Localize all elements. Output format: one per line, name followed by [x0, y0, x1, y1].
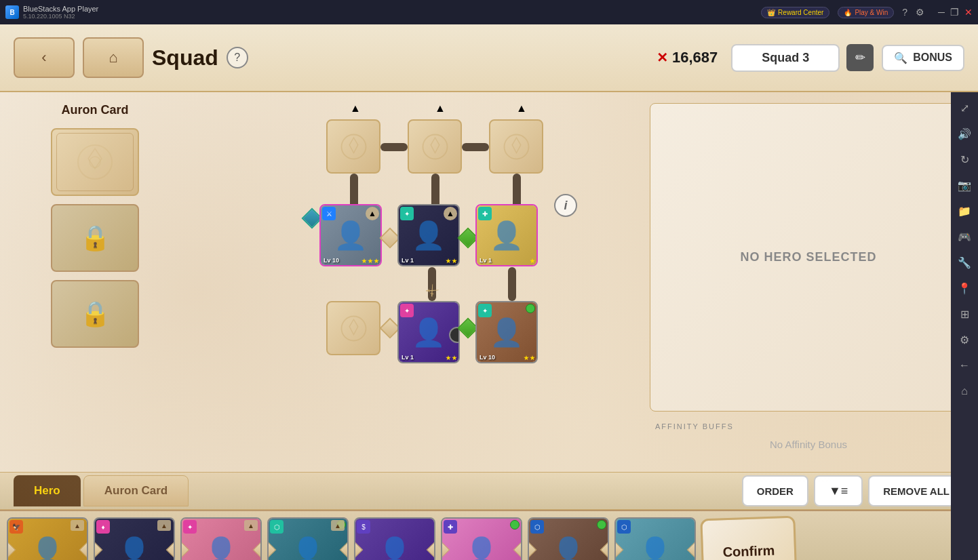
settings-icon[interactable]: ⚙	[916, 7, 924, 18]
up-arrow-1: ▲	[350, 102, 361, 115]
list-badge-7: ⬡	[530, 520, 544, 534]
info-button[interactable]: i	[554, 194, 577, 217]
svg-point-1	[90, 157, 100, 167]
title-bar: B BlueStacks App Player 5.10.220.1005 N3…	[0, 0, 978, 24]
list-badge-6: ✚	[444, 520, 457, 534]
hero-stars-4	[446, 355, 457, 361]
side-layers-btn[interactable]: ⊞	[954, 304, 975, 324]
close-button[interactable]: ✕	[964, 7, 973, 18]
side-home2-btn[interactable]: ⌂	[954, 381, 975, 401]
list-badge-1: 🦅	[9, 520, 23, 534]
restore-button[interactable]: ❐	[950, 7, 959, 18]
hero-list-item-4[interactable]: 👤 ⬡ Lv 1 ▲	[267, 517, 349, 560]
squad-selector[interactable]: Squad 3	[731, 44, 840, 72]
green-orb	[526, 304, 535, 313]
hero-list-item-2[interactable]: 👤 ♦ Lv 1 ▲ ▼	[94, 517, 175, 560]
list-badge-3: ✦	[183, 520, 197, 534]
side-back-btn[interactable]: ←	[954, 355, 975, 376]
green-orb-6	[510, 520, 520, 529]
hero-list-item-7[interactable]: 👤 ⬡ Lv 1	[528, 517, 609, 560]
crown-icon: 👑	[767, 9, 775, 16]
top-slot-left[interactable]	[326, 119, 380, 174]
page-title: Squad	[152, 45, 218, 71]
hero-card-blonde[interactable]: 👤 ✚ Lv 1	[475, 204, 538, 266]
grid-line-v-mid2	[508, 267, 516, 301]
side-folder-btn[interactable]: 📁	[954, 201, 975, 221]
flame-icon: 🔥	[844, 9, 852, 16]
center-panel: ▲ ▲ ▲ i	[190, 92, 639, 472]
scroll-up-list-1[interactable]: ▲	[71, 520, 84, 531]
help-icon[interactable]: ?	[902, 7, 907, 18]
currency-display: ✕ 16,687	[657, 49, 718, 66]
left-panel: Auron Card 🔒 🔒	[0, 92, 190, 472]
bluestacks-icon: B	[5, 5, 19, 19]
hero-list-item-3[interactable]: 👤 ✦ Lv 1 ▲	[180, 517, 262, 560]
tab-auron-card[interactable]: Auron Card	[83, 475, 189, 506]
affinity-section: AFFINITY BUFFS No Affinity Bonus	[650, 417, 967, 461]
affinity-value: No Affinity Bonus	[655, 433, 962, 456]
reward-center-button[interactable]: 👑 Reward Center	[761, 7, 829, 18]
bonus-button[interactable]: 🔍 BONUS	[882, 45, 964, 71]
affinity-title: AFFINITY BUFFS	[655, 422, 962, 431]
back-button[interactable]: ‹	[14, 37, 75, 78]
remove-all-button[interactable]: REMOVE ALL	[868, 475, 964, 506]
side-tools-btn[interactable]: 🔧	[954, 252, 975, 273]
hero-list-bar: 👤 🦅 Lv 1 ▲ ▼ 👤 ♦ Lv 1 ▲ ▼	[0, 510, 978, 560]
top-bar: ‹ ⌂ Squad ? ✕ 16,687 Squad 3 ✏ 🔍 BONUS	[0, 24, 978, 92]
app-area: ‹ ⌂ Squad ? ✕ 16,687 Squad 3 ✏ 🔍 BONUS A…	[0, 24, 978, 560]
hero-list-item-1[interactable]: 👤 🦅 Lv 1 ▲ ▼	[7, 517, 88, 560]
top-slot-right[interactable]	[489, 119, 543, 174]
hero-card-black[interactable]: 👤 ✦ Lv 1 ▲	[397, 204, 460, 266]
svg-point-0	[78, 145, 112, 179]
hero-level-5: Lv 10	[480, 354, 495, 361]
hero-list-item-8[interactable]: 👤 ⬡ Lv 1	[614, 517, 696, 560]
side-location-btn[interactable]: 📍	[954, 278, 975, 298]
bottom-slot-left[interactable]	[326, 301, 380, 355]
hero-badge: ⚔	[322, 207, 336, 220]
list-badge-5: $	[357, 520, 370, 534]
scroll-up-list-4[interactable]: ▲	[331, 520, 345, 531]
green-orb-7	[597, 520, 606, 529]
hero-list-item-5[interactable]: 👤 $ Lv 1	[354, 517, 435, 560]
card-slot-inner	[56, 133, 133, 191]
home-button[interactable]: ⌂	[83, 37, 144, 78]
filter-button[interactable]: ▼≡	[814, 475, 863, 506]
minimize-button[interactable]: ─	[938, 7, 945, 18]
side-screenshot-btn[interactable]: 📷	[954, 175, 975, 195]
scroll-up-2[interactable]: ▲	[444, 207, 457, 220]
hero-badge-5: ✦	[478, 304, 492, 317]
hero-card-gray[interactable]: 👤 ⚔ Lv 10 ▲	[319, 204, 382, 266]
hero-list-item-6[interactable]: 👤 ✚ Lv 1	[441, 517, 522, 560]
squad-help-button[interactable]: ?	[227, 47, 248, 68]
app-name: BlueStacks App Player	[23, 5, 98, 13]
top-slot-center[interactable]	[408, 119, 462, 174]
hero-card-purple[interactable]: 👤 ✦ Lv 1	[397, 301, 460, 363]
order-button[interactable]: ORDER	[742, 475, 808, 506]
side-volume-btn[interactable]: 🔊	[954, 123, 975, 144]
hero-card-brown[interactable]: 👤 ✦ Lv 10	[475, 301, 538, 363]
hero-level-3: Lv 1	[480, 257, 492, 264]
card-pattern-icon	[75, 142, 115, 182]
window-controls: ─ ❐ ✕	[938, 7, 973, 18]
lock-icon-2: 🔒	[80, 300, 111, 328]
auron-card-slot-3: 🔒	[51, 280, 139, 348]
side-gamepad-btn[interactable]: 🎮	[954, 226, 975, 247]
hero-level-2: Lv 1	[402, 257, 414, 264]
hero-badge-4: ✦	[400, 304, 414, 317]
side-settings-btn[interactable]: ⚙	[954, 329, 975, 350]
auron-card-slot-2: 🔒	[51, 204, 139, 272]
tab-hero[interactable]: Hero	[14, 475, 81, 506]
confirm-button[interactable]: Confirm	[700, 516, 797, 560]
scroll-up-list-2[interactable]: ▲	[157, 520, 171, 531]
side-expand-btn[interactable]: ⤢	[954, 98, 975, 118]
scroll-up[interactable]: ▲	[366, 207, 379, 220]
scroll-up-list-3[interactable]: ▲	[244, 520, 258, 531]
auron-card-slot-1[interactable]	[51, 128, 139, 196]
side-rotate-btn[interactable]: ↻	[954, 149, 975, 169]
edit-squad-button[interactable]: ✏	[846, 44, 874, 71]
no-hero-text: NO HERO SELECTED	[740, 250, 876, 264]
up-arrow-3: ▲	[516, 102, 527, 115]
action-buttons: ORDER ▼≡ REMOVE ALL	[742, 475, 964, 506]
play-win-button[interactable]: 🔥 Play & Win	[838, 7, 894, 18]
filter-icon: ▼≡	[829, 484, 848, 498]
